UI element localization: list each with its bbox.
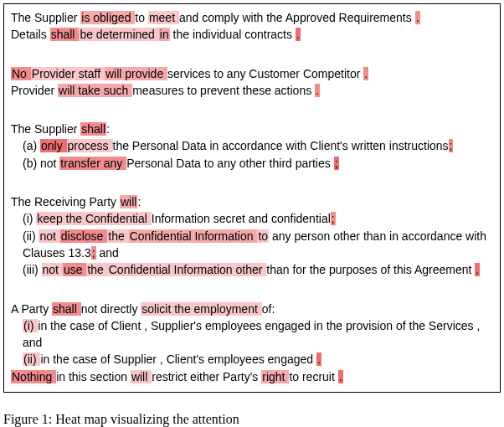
highlight-run: not	[42, 263, 63, 276]
highlight-run: .	[315, 84, 320, 97]
highlight-run: will take such	[58, 84, 132, 97]
highlight-run: (i)	[23, 319, 38, 332]
highlight-run: use	[63, 263, 86, 276]
highlight-run: shall	[52, 302, 81, 316]
text-run: The Receiving Party	[11, 195, 120, 208]
text-run: in the case of Supplier , Client's emplo…	[40, 352, 316, 366]
text-run: to recruit	[289, 370, 337, 383]
highlight-run: Provider staff	[31, 67, 105, 80]
text-run: the Personal Data in accordance with Cli…	[113, 139, 449, 152]
highlight-run: transfer any	[59, 157, 126, 170]
text-run: Provider	[11, 84, 58, 97]
paragraph-block: The Supplier is obliged to meet and comp…	[11, 9, 491, 44]
text-run: in the case of Client , Supplier's emplo…	[23, 319, 480, 349]
text-run: (a)	[23, 139, 40, 152]
highlight-run: will provide	[105, 67, 167, 80]
text-run: (b) not	[23, 157, 59, 170]
text-run: Information secret and confidential	[152, 212, 331, 225]
text-run: of:	[262, 302, 275, 316]
text-run: The Supplier	[11, 122, 80, 136]
highlight-run: .	[475, 263, 480, 276]
text-line: The Supplier is obliged to meet and comp…	[11, 9, 491, 26]
text-run: :	[137, 195, 141, 208]
highlight-run: .	[338, 370, 343, 383]
highlight-run: will	[120, 195, 137, 208]
highlight-run: .	[316, 352, 321, 366]
highlight-run: right	[261, 370, 289, 383]
text-run: (i)	[23, 212, 36, 225]
text-run: services to any Customer Competitor	[167, 67, 363, 80]
paragraph-block: The Supplier shall:(a) only process the …	[11, 121, 491, 172]
text-run: restrict either Party's	[152, 370, 261, 383]
text-line: Details shall be determined in the indiv…	[11, 26, 491, 43]
highlight-run: (ii)	[23, 352, 40, 366]
highlight-run: disclose	[60, 229, 107, 243]
text-line: (a) only process the Personal Data in ac…	[11, 137, 491, 154]
paragraph-block: The Receiving Party will:(i) keep the Co…	[11, 193, 491, 278]
text-run: than for the purposes of this Agreement	[266, 263, 475, 276]
highlight-run: No	[11, 67, 31, 80]
highlight-run: to	[257, 229, 269, 243]
highlight-run: is obliged	[80, 11, 135, 24]
highlight-run: process	[67, 139, 113, 152]
text-run: :	[106, 122, 110, 136]
text-run: the individual contracts	[170, 28, 296, 41]
text-run: Personal Data to any other third parties	[126, 157, 333, 170]
text-line: Nothing in this section will restrict ei…	[11, 368, 491, 385]
highlight-run: in	[159, 28, 170, 41]
text-run: Clauses 13.3	[23, 246, 91, 260]
text-line: (b) not transfer any Personal Data to an…	[11, 155, 491, 172]
highlight-run: Nothing	[11, 370, 56, 383]
text-run: and comply with the Approved Requirement…	[179, 11, 415, 24]
text-line: (i) in the case of Client , Supplier's e…	[11, 317, 491, 352]
highlight-run: ;	[449, 139, 454, 152]
highlight-run: will	[131, 370, 152, 383]
text-run: Details	[11, 28, 50, 41]
highlight-run: ;	[334, 157, 339, 170]
highlight-run: meet	[148, 11, 179, 24]
figure-caption: Figure 1: Heat map visualizing the atten…	[3, 412, 239, 427]
text-run: not directly	[81, 302, 141, 316]
highlight-run: .	[296, 28, 301, 41]
text-line: (ii) not disclose the Confidential Infor…	[11, 228, 491, 244]
highlight-run: shall	[50, 28, 80, 41]
text-run: to	[135, 11, 148, 24]
text-run: any person other than in accordance with	[269, 229, 486, 243]
highlight-run: .	[363, 67, 368, 80]
text-line: Clauses 13.3; and	[11, 244, 491, 261]
text-run: A Party	[11, 302, 52, 316]
text-line: (i) keep the Confidential Information se…	[11, 210, 491, 227]
highlight-run: ;	[331, 212, 336, 225]
text-line: Provider will take such measures to prev…	[11, 82, 491, 99]
caption-text: Heat map visualizing the attention	[52, 412, 239, 426]
text-line: The Receiving Party will:	[11, 193, 491, 210]
highlight-run: shall	[80, 122, 106, 136]
figure-box: The Supplier is obliged to meet and comp…	[3, 3, 501, 393]
text-run: in this section	[56, 370, 131, 383]
highlight-run: Confidential Information other	[108, 263, 267, 276]
highlight-run: solicit the employment	[141, 302, 261, 316]
text-line: No Provider staff will provide services …	[11, 65, 491, 82]
highlight-run: be determined	[79, 28, 158, 41]
highlight-run: the	[86, 263, 107, 276]
text-run: The Supplier	[11, 11, 80, 24]
highlight-run: .	[415, 11, 420, 24]
caption-prefix: Figure 1:	[3, 412, 52, 426]
highlight-run: not	[39, 229, 59, 243]
text-line: A Party shall not directly solicit the e…	[11, 301, 491, 317]
text-run: and	[96, 246, 119, 260]
highlight-run: Confidential Information	[129, 229, 258, 243]
paragraph-block: No Provider staff will provide services …	[11, 65, 491, 100]
paragraph-block: A Party shall not directly solicit the e…	[11, 301, 491, 385]
text-line: (iii) not use the Confidential Informati…	[11, 261, 491, 278]
highlight-run: only	[40, 139, 67, 152]
text-run: (iii)	[23, 263, 42, 276]
text-line: The Supplier shall:	[11, 121, 491, 137]
page: The Supplier is obliged to meet and comp…	[0, 0, 504, 427]
text-run: (ii)	[23, 229, 39, 243]
highlight-run: the	[107, 229, 128, 243]
text-run: measures to prevent these actions	[132, 84, 315, 97]
highlight-run: keep the Confidential	[36, 212, 151, 225]
text-line: (ii) in the case of Supplier , Client's …	[11, 351, 491, 368]
